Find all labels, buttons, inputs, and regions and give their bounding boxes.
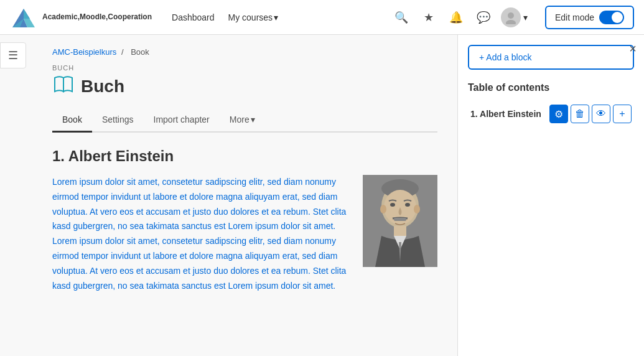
svg-point-13 bbox=[380, 205, 386, 213]
toc-item: 1. Albert Einstein ⚙ 🗑 👁 + bbox=[468, 101, 634, 127]
page-title: Buch bbox=[81, 77, 124, 96]
chapter-title: 1. Albert Einstein bbox=[52, 148, 437, 165]
chevron-down-icon: ▾ bbox=[274, 12, 278, 22]
nav-dashboard[interactable]: Dashboard bbox=[167, 10, 220, 25]
tab-import-chapter[interactable]: Import chapter bbox=[144, 108, 220, 133]
toc-item-name: 1. Albert Einstein bbox=[470, 109, 541, 119]
breadcrumb-course-link[interactable]: AMC-Beispielkurs bbox=[52, 47, 116, 57]
star-icon[interactable]: ★ bbox=[419, 7, 439, 27]
book-title-area: Buch bbox=[52, 74, 437, 98]
chapter-text: Lorem ipsum dolor sit amet, consetetur s… bbox=[52, 175, 350, 293]
toc-section: Table of contents 1. Albert Einstein ⚙ 🗑… bbox=[468, 82, 634, 127]
breadcrumb: AMC-Beispielkurs / Book bbox=[52, 47, 437, 57]
chapter-body: Lorem ipsum dolor sit amet, consetetur s… bbox=[52, 175, 437, 293]
toc-actions: ⚙ 🗑 👁 + bbox=[549, 105, 632, 123]
svg-point-9 bbox=[390, 203, 395, 207]
toc-gear-button[interactable]: ⚙ bbox=[549, 105, 568, 123]
tab-book[interactable]: Book bbox=[52, 108, 92, 133]
toc-add-button[interactable]: + bbox=[613, 105, 632, 123]
chat-icon[interactable]: 💬 bbox=[474, 7, 493, 27]
bell-icon[interactable]: 🔔 bbox=[446, 7, 466, 27]
breadcrumb-current: Book bbox=[131, 47, 149, 57]
chevron-down-icon: ▾ bbox=[251, 115, 255, 124]
tab-settings[interactable]: Settings bbox=[92, 108, 144, 133]
toc-trash-button[interactable]: 🗑 bbox=[571, 105, 589, 123]
search-icon[interactable]: 🔍 bbox=[391, 7, 411, 27]
close-panel-button[interactable]: × bbox=[629, 42, 637, 55]
svg-point-3 bbox=[508, 12, 514, 19]
tab-bar: Book Settings Import chapter More ▾ bbox=[52, 108, 437, 133]
book-type-label: BUCH bbox=[52, 64, 437, 72]
svg-point-14 bbox=[414, 205, 420, 213]
logo-text: Academic,Moodle,Cooperation bbox=[42, 12, 152, 22]
main-content: AMC-Beispielkurs / Book BUCH Buch Book S… bbox=[32, 35, 457, 356]
svg-point-4 bbox=[506, 20, 516, 24]
topnav: Academic,Moodle,Cooperation Dashboard My… bbox=[0, 0, 644, 35]
breadcrumb-separator: / bbox=[121, 47, 126, 57]
book-icon bbox=[52, 74, 75, 98]
toggle-knob bbox=[612, 12, 623, 23]
einstein-photo bbox=[363, 175, 437, 267]
tab-more[interactable]: More ▾ bbox=[220, 108, 265, 133]
svg-rect-11 bbox=[394, 218, 406, 221]
nav-icons: 🔍 ★ 🔔 💬 ▾ Edit mode bbox=[391, 6, 634, 29]
avatar bbox=[501, 7, 521, 27]
sidebar-toggle-button[interactable]: ☰ bbox=[0, 42, 26, 68]
toc-title: Table of contents bbox=[468, 82, 634, 93]
edit-mode-toggle[interactable] bbox=[599, 11, 624, 24]
logo-area: Academic,Moodle,Cooperation bbox=[10, 4, 152, 31]
add-block-button[interactable]: + Add a block bbox=[468, 45, 634, 70]
edit-mode-button[interactable]: Edit mode bbox=[545, 6, 634, 29]
right-panel: × + Add a block Table of contents 1. Alb… bbox=[457, 35, 644, 356]
nav-links: Dashboard My courses ▾ bbox=[167, 10, 283, 25]
page-wrap: AMC-Beispielkurs / Book BUCH Buch Book S… bbox=[0, 35, 644, 356]
svg-point-10 bbox=[405, 203, 410, 207]
hamburger-icon: ☰ bbox=[8, 49, 18, 62]
avatar-area[interactable]: ▾ bbox=[501, 7, 528, 27]
nav-my-courses[interactable]: My courses ▾ bbox=[223, 10, 284, 25]
toc-eye-button[interactable]: 👁 bbox=[592, 105, 610, 123]
svg-rect-12 bbox=[394, 226, 406, 236]
chevron-down-icon: ▾ bbox=[523, 12, 528, 22]
logo-icon bbox=[10, 4, 37, 31]
